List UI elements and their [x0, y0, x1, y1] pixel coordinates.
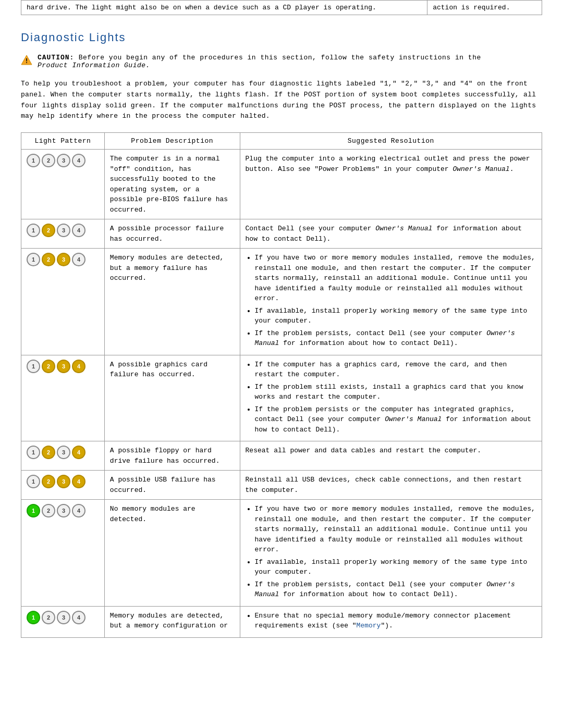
light-pattern: 1234 — [27, 154, 99, 167]
resolution-item-1: If available, install properly working m… — [255, 306, 536, 326]
resolution-text: Plug the computer into a working electri… — [246, 154, 536, 174]
resolution-cell-5: Reinstall all USB devices, check cable c… — [240, 471, 542, 500]
light-pattern-cell-2: 1234 — [21, 249, 105, 355]
light-2-yellow: 2 — [42, 224, 55, 237]
diagnostic-table: Light Pattern Problem Description Sugges… — [21, 132, 542, 638]
problem-text: A possible graphics card failure has occ… — [110, 360, 235, 380]
header-resolution: Suggested Resolution — [240, 133, 542, 150]
light-pattern-cell-6: 1234 — [21, 500, 105, 607]
light-1-green: 1 — [27, 611, 40, 624]
resolution-italic: Owner's Manual — [452, 165, 509, 173]
resolution-list: Ensure that no special memory module/mem… — [246, 611, 536, 631]
light-pattern: 1234 — [27, 360, 99, 373]
light-3-yellow: 3 — [57, 475, 70, 488]
problem-text: Memory modules are detected, but a memor… — [110, 253, 235, 283]
caution-icon: ! — [21, 54, 32, 66]
light-2-yellow: 2 — [42, 475, 55, 488]
resolution-item-2: If the problem persists, contact Dell (s… — [255, 579, 536, 600]
light-3-yellow: 3 — [57, 253, 70, 266]
resolution-item-2: If the problem persists, contact Dell (s… — [255, 328, 536, 349]
light-4-off: 4 — [72, 504, 85, 517]
caution-box: ! CAUTION: Before you begin any of the p… — [21, 54, 542, 69]
light-1-off: 1 — [27, 360, 40, 373]
problem-cell-2: Memory modules are detected, but a memor… — [104, 249, 240, 355]
light-4-off: 4 — [72, 253, 85, 266]
problem-text: Memory modules are detected, but a memor… — [110, 611, 235, 631]
resolution-cell-2: If you have two or more memory modules i… — [240, 249, 542, 355]
action-text: action is required. — [433, 4, 510, 11]
header-light-pattern: Light Pattern — [21, 133, 105, 150]
resolution-item-1: If the problem still exists, install a g… — [255, 382, 536, 402]
light-4-yellow: 4 — [72, 446, 85, 459]
light-2-yellow: 2 — [42, 253, 55, 266]
problem-cell-1: A possible processor failure has occurre… — [104, 219, 240, 249]
light-pattern: 1234 — [27, 253, 99, 266]
light-1-off: 1 — [27, 154, 40, 167]
light-3-off: 3 — [57, 224, 70, 237]
resolution-list: If the computer has a graphics card, rem… — [246, 360, 536, 435]
continuation-text: hard drive. The light might also be on w… — [27, 4, 376, 11]
light-2-off: 2 — [42, 504, 55, 517]
caution-italic-text: Product Information Guide. — [38, 61, 150, 69]
resolution-item-1: If available, install properly working m… — [255, 557, 536, 577]
table-row: 1234No memory modules are detected.If yo… — [21, 500, 542, 607]
caution-label: CAUTION: — [38, 54, 74, 61]
resolution-item-0: If the computer has a graphics card, rem… — [255, 360, 536, 380]
light-1-off: 1 — [27, 224, 40, 237]
problem-cell-4: A possible floppy or hard drive failure … — [104, 441, 240, 471]
page-wrapper: hard drive. The light might also be on w… — [0, 0, 563, 728]
problem-cell-3: A possible graphics card failure has occ… — [104, 355, 240, 441]
light-2-off: 2 — [42, 611, 55, 624]
resolution-item-2: If the problem persists or the computer … — [255, 404, 536, 435]
light-pattern: 1234 — [27, 611, 99, 624]
continuation-table: hard drive. The light might also be on w… — [21, 0, 542, 15]
resolution-text: Reinstall all USB devices, check cable c… — [246, 475, 536, 495]
light-3-off: 3 — [57, 446, 70, 459]
table-row: 1234Memory modules are detected, but a m… — [21, 249, 542, 355]
light-pattern-cell-4: 1234 — [21, 441, 105, 471]
resolution-item-0: If you have two or more memory modules i… — [255, 253, 536, 304]
light-4-yellow: 4 — [72, 475, 85, 488]
light-pattern: 1234 — [27, 446, 99, 459]
light-1-green: 1 — [27, 504, 40, 517]
problem-cell-5: A possible USB failure has occurred. — [104, 471, 240, 500]
table-row: 1234A possible processor failure has occ… — [21, 219, 542, 249]
svg-text:!: ! — [25, 58, 28, 65]
light-2-yellow: 2 — [42, 446, 55, 459]
light-pattern-cell-3: 1234 — [21, 355, 105, 441]
resolution-list: If you have two or more memory modules i… — [246, 253, 536, 349]
continuation-main-text: hard drive. The light might also be on w… — [21, 1, 427, 15]
caution-text: CAUTION: Before you begin any of the pro… — [38, 54, 481, 69]
problem-text: No memory modules are detected. — [110, 504, 235, 524]
light-pattern: 1234 — [27, 504, 99, 517]
light-3-off: 3 — [57, 611, 70, 624]
resolution-cell-7: Ensure that no special memory module/mem… — [240, 606, 542, 637]
section-title: Diagnostic Lights — [21, 31, 542, 44]
light-pattern-cell-7: 1234 — [21, 606, 105, 637]
resolution-text: Reseat all power and data cables and res… — [246, 446, 536, 456]
table-row: 1234A possible graphics card failure has… — [21, 355, 542, 441]
continuation-action-text: action is required. — [427, 1, 542, 15]
resolution-cell-0: Plug the computer into a working electri… — [240, 150, 542, 219]
table-row: 1234The computer is in a normal "off" co… — [21, 150, 542, 219]
resolution-cell-1: Contact Dell (see your computer Owner's … — [240, 219, 542, 249]
light-pattern-cell-0: 1234 — [21, 150, 105, 219]
light-3-off: 3 — [57, 504, 70, 517]
light-1-off: 1 — [27, 475, 40, 488]
problem-text: A possible floppy or hard drive failure … — [110, 446, 235, 466]
light-1-off: 1 — [27, 253, 40, 266]
light-4-off: 4 — [72, 611, 85, 624]
light-pattern: 1234 — [27, 224, 99, 237]
header-problem: Problem Description — [104, 133, 240, 150]
resolution-text: Contact Dell (see your computer Owner's … — [246, 224, 536, 244]
light-2-off: 2 — [42, 154, 55, 167]
intro-paragraph: To help you troubleshoot a problem, your… — [21, 79, 542, 122]
problem-text: A possible USB failure has occurred. — [110, 475, 235, 495]
problem-cell-7: Memory modules are detected, but a memor… — [104, 606, 240, 637]
problem-text: A possible processor failure has occurre… — [110, 224, 235, 244]
problem-text: The computer is in a normal "off" condit… — [110, 154, 235, 215]
problem-cell-6: No memory modules are detected. — [104, 500, 240, 607]
resolution-item-0: Ensure that no special memory module/mem… — [255, 611, 536, 631]
light-1-off: 1 — [27, 446, 40, 459]
light-pattern: 1234 — [27, 475, 99, 488]
